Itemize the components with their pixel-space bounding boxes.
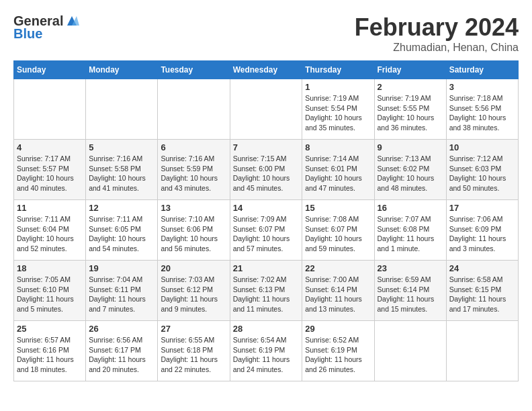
day-number: 26 [89,324,154,334]
month-title: February 2024 [355,13,519,42]
day-cell: 5Sunrise: 7:16 AM Sunset: 5:58 PM Daylig… [86,140,158,200]
day-number: 6 [161,142,226,152]
day-info: Sunrise: 7:19 AM Sunset: 5:54 PM Dayligh… [305,93,371,133]
day-number: 20 [161,263,226,273]
column-header-tuesday: Tuesday [158,61,230,79]
day-cell: 25Sunrise: 6:57 AM Sunset: 6:16 PM Dayli… [14,321,86,381]
day-info: Sunrise: 6:54 AM Sunset: 6:19 PM Dayligh… [233,335,300,375]
day-info: Sunrise: 7:12 AM Sunset: 6:03 PM Dayligh… [449,154,515,193]
day-cell [446,321,518,381]
day-cell: 21Sunrise: 7:02 AM Sunset: 6:13 PM Dayli… [230,261,302,321]
day-number: 25 [17,324,83,334]
day-number: 16 [378,203,443,213]
day-number: 4 [17,142,83,152]
day-number: 9 [378,142,443,152]
day-cell: 24Sunrise: 6:58 AM Sunset: 6:15 PM Dayli… [446,261,518,321]
column-header-friday: Friday [374,61,446,79]
day-info: Sunrise: 7:06 AM Sunset: 6:09 PM Dayligh… [449,214,515,254]
day-info: Sunrise: 7:04 AM Sunset: 6:11 PM Dayligh… [89,275,154,314]
day-number: 5 [89,142,154,152]
day-cell: 6Sunrise: 7:16 AM Sunset: 5:59 PM Daylig… [158,140,230,200]
title-area: February 2024 Zhumadian, Henan, China [355,13,519,54]
day-cell: 1Sunrise: 7:19 AM Sunset: 5:54 PM Daylig… [302,79,374,140]
day-cell: 10Sunrise: 7:12 AM Sunset: 6:03 PM Dayli… [446,140,518,200]
day-number: 11 [17,203,83,213]
day-number: 29 [305,324,371,334]
column-header-saturday: Saturday [446,61,518,79]
day-number: 10 [449,142,515,152]
day-info: Sunrise: 7:08 AM Sunset: 6:07 PM Dayligh… [305,214,371,254]
day-info: Sunrise: 7:14 AM Sunset: 6:01 PM Dayligh… [305,154,371,193]
day-cell: 7Sunrise: 7:15 AM Sunset: 6:00 PM Daylig… [230,140,302,200]
column-header-wednesday: Wednesday [230,61,302,79]
logo-blue-text: Blue [13,26,42,42]
day-info: Sunrise: 7:00 AM Sunset: 6:14 PM Dayligh… [305,275,371,314]
day-number: 22 [305,263,371,273]
day-number: 12 [89,203,154,213]
day-cell [158,79,230,140]
week-row-1: 1Sunrise: 7:19 AM Sunset: 5:54 PM Daylig… [14,79,519,140]
day-cell: 11Sunrise: 7:11 AM Sunset: 6:04 PM Dayli… [14,200,86,261]
day-number: 21 [233,263,300,273]
day-number: 3 [449,82,515,92]
week-row-3: 11Sunrise: 7:11 AM Sunset: 6:04 PM Dayli… [14,200,519,261]
day-number: 14 [233,203,300,213]
day-cell: 17Sunrise: 7:06 AM Sunset: 6:09 PM Dayli… [446,200,518,261]
day-info: Sunrise: 6:59 AM Sunset: 6:14 PM Dayligh… [378,275,443,314]
day-cell [86,79,158,140]
day-info: Sunrise: 7:03 AM Sunset: 6:12 PM Dayligh… [161,275,226,314]
calendar: SundayMondayTuesdayWednesdayThursdayFrid… [13,60,519,381]
day-number: 2 [378,82,443,92]
day-number: 1 [305,82,371,92]
day-info: Sunrise: 7:10 AM Sunset: 6:06 PM Dayligh… [161,214,226,254]
day-cell: 23Sunrise: 6:59 AM Sunset: 6:14 PM Dayli… [374,261,446,321]
column-header-thursday: Thursday [302,61,374,79]
day-cell: 14Sunrise: 7:09 AM Sunset: 6:07 PM Dayli… [230,200,302,261]
day-number: 15 [305,203,371,213]
location: Zhumadian, Henan, China [355,42,519,54]
day-number: 23 [378,263,443,273]
day-number: 18 [17,263,83,273]
calendar-header: SundayMondayTuesdayWednesdayThursdayFrid… [14,61,519,79]
day-cell [14,79,86,140]
day-number: 24 [449,263,515,273]
day-info: Sunrise: 6:56 AM Sunset: 6:17 PM Dayligh… [89,335,154,375]
day-info: Sunrise: 7:11 AM Sunset: 6:04 PM Dayligh… [17,214,83,254]
day-info: Sunrise: 6:58 AM Sunset: 6:15 PM Dayligh… [449,275,515,314]
day-cell: 13Sunrise: 7:10 AM Sunset: 6:06 PM Dayli… [158,200,230,261]
day-number: 17 [449,203,515,213]
day-info: Sunrise: 7:16 AM Sunset: 5:59 PM Dayligh… [161,154,226,193]
day-cell: 28Sunrise: 6:54 AM Sunset: 6:19 PM Dayli… [230,321,302,381]
column-header-sunday: Sunday [14,61,86,79]
day-info: Sunrise: 6:57 AM Sunset: 6:16 PM Dayligh… [17,335,83,375]
week-row-5: 25Sunrise: 6:57 AM Sunset: 6:16 PM Dayli… [14,321,519,381]
day-info: Sunrise: 7:16 AM Sunset: 5:58 PM Dayligh… [89,154,154,193]
day-number: 27 [161,324,226,334]
day-cell: 4Sunrise: 7:17 AM Sunset: 5:57 PM Daylig… [14,140,86,200]
day-info: Sunrise: 7:02 AM Sunset: 6:13 PM Dayligh… [233,275,300,314]
day-info: Sunrise: 6:52 AM Sunset: 6:19 PM Dayligh… [305,335,371,375]
day-info: Sunrise: 7:19 AM Sunset: 5:55 PM Dayligh… [378,93,443,133]
day-cell: 15Sunrise: 7:08 AM Sunset: 6:07 PM Dayli… [302,200,374,261]
day-cell [230,79,302,140]
day-number: 7 [233,142,300,152]
day-info: Sunrise: 7:07 AM Sunset: 6:08 PM Dayligh… [378,214,443,254]
day-number: 28 [233,324,300,334]
week-row-2: 4Sunrise: 7:17 AM Sunset: 5:57 PM Daylig… [14,140,519,200]
day-cell: 16Sunrise: 7:07 AM Sunset: 6:08 PM Dayli… [374,200,446,261]
calendar-body: 1Sunrise: 7:19 AM Sunset: 5:54 PM Daylig… [14,79,519,381]
day-cell: 26Sunrise: 6:56 AM Sunset: 6:17 PM Dayli… [86,321,158,381]
day-cell: 2Sunrise: 7:19 AM Sunset: 5:55 PM Daylig… [374,79,446,140]
day-cell: 29Sunrise: 6:52 AM Sunset: 6:19 PM Dayli… [302,321,374,381]
day-number: 8 [305,142,371,152]
day-cell: 8Sunrise: 7:14 AM Sunset: 6:01 PM Daylig… [302,140,374,200]
header-row: SundayMondayTuesdayWednesdayThursdayFrid… [14,61,519,79]
day-cell: 27Sunrise: 6:55 AM Sunset: 6:18 PM Dayli… [158,321,230,381]
day-cell: 22Sunrise: 7:00 AM Sunset: 6:14 PM Dayli… [302,261,374,321]
day-info: Sunrise: 7:15 AM Sunset: 6:00 PM Dayligh… [233,154,300,193]
day-cell: 9Sunrise: 7:13 AM Sunset: 6:02 PM Daylig… [374,140,446,200]
day-cell: 12Sunrise: 7:11 AM Sunset: 6:05 PM Dayli… [86,200,158,261]
day-cell: 19Sunrise: 7:04 AM Sunset: 6:11 PM Dayli… [86,261,158,321]
column-header-monday: Monday [86,61,158,79]
page-header: General Blue February 2024 Zhumadian, He… [13,13,519,54]
